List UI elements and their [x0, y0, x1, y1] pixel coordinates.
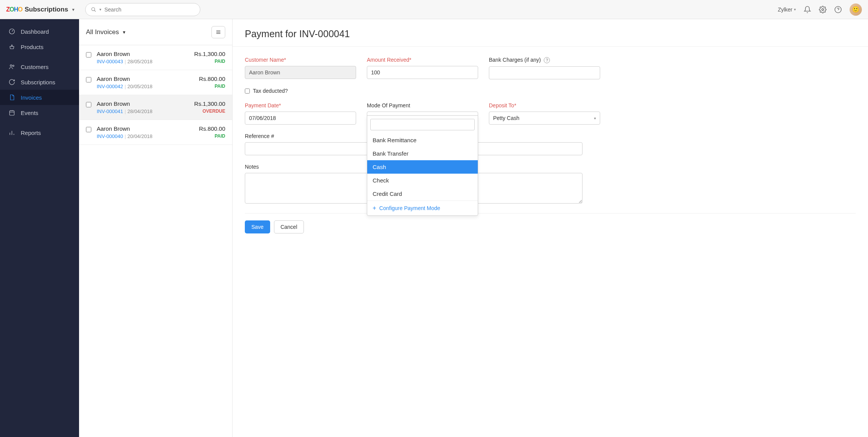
- calendar-icon: [8, 109, 15, 116]
- invoice-row[interactable]: Aaron Brown INV-000040|20/04/2018 Rs.800…: [79, 120, 232, 145]
- invoice-row-checkbox[interactable]: [86, 102, 91, 107]
- dashboard-icon: [8, 28, 15, 35]
- sidebar-item-label: Products: [21, 44, 43, 50]
- invoice-date: 28/04/2018: [127, 108, 152, 114]
- chevron-down-icon: ▾: [794, 7, 796, 12]
- sidebar-item-label: Subscriptions: [21, 79, 55, 85]
- invoice-status-badge: OVERDUE: [194, 108, 225, 114]
- users-icon: [8, 63, 15, 70]
- caret-down-icon: ▼: [122, 30, 126, 34]
- sidebar-item-reports[interactable]: Reports: [0, 125, 79, 140]
- gear-icon[interactable]: [819, 6, 827, 13]
- product-name: Subscriptions: [25, 6, 68, 13]
- invoice-amount: Rs.1,300.00: [194, 51, 225, 57]
- invoice-row-checkbox[interactable]: [86, 52, 91, 58]
- invoice-customer-name: Aaron Brown: [97, 51, 189, 57]
- invoice-date: 28/05/2018: [127, 59, 152, 64]
- svg-rect-8: [10, 111, 14, 115]
- label-notes: Notes: [245, 164, 856, 170]
- list-title: All Invoices: [86, 28, 119, 36]
- invoice-row[interactable]: Aaron Brown INV-000041|28/04/2018 Rs.1,3…: [79, 95, 232, 120]
- page-title: Payment for INV-000041: [245, 28, 856, 39]
- amount-received-input[interactable]: [367, 66, 478, 79]
- invoice-status-badge: PAID: [199, 84, 225, 89]
- sidebar-item-customers[interactable]: Customers: [0, 59, 79, 74]
- svg-point-2: [822, 8, 824, 10]
- customer-name-input: [245, 66, 356, 79]
- invoice-amount: Rs.1,300.00: [194, 100, 225, 107]
- sidebar-item-label: Dashboard: [21, 28, 49, 35]
- payment-mode-option[interactable]: Check: [367, 174, 478, 187]
- payment-mode-option[interactable]: Credit Card: [367, 187, 478, 200]
- avatar[interactable]: 🙂: [850, 3, 862, 16]
- sidebar: Dashboard Products Customers Subscriptio…: [0, 19, 79, 437]
- topbar: ZOHO Subscriptions ▾ ▾ Zylker ▾ 🙂: [0, 0, 868, 19]
- invoice-number-link[interactable]: INV-000043: [97, 59, 123, 64]
- org-name: Zylker: [778, 7, 792, 13]
- menu-icon: [215, 30, 221, 35]
- invoice-icon: [8, 94, 15, 101]
- label-customer-name: Customer Name*: [245, 57, 356, 63]
- cancel-button[interactable]: Cancel: [274, 220, 304, 233]
- invoice-row[interactable]: Aaron Brown INV-000043|28/05/2018 Rs.1,3…: [79, 45, 232, 70]
- sidebar-item-events[interactable]: Events: [0, 105, 79, 120]
- label-amount-received: Amount Received*: [367, 57, 478, 63]
- invoice-amount: Rs.800.00: [199, 125, 225, 132]
- invoice-date: 20/04/2018: [127, 133, 152, 139]
- logo-area[interactable]: ZOHO Subscriptions ▾: [6, 6, 79, 13]
- tax-deducted-checkbox[interactable]: [245, 89, 250, 94]
- svg-point-0: [92, 7, 95, 10]
- org-switcher[interactable]: Zylker ▾: [778, 7, 796, 13]
- sidebar-item-subscriptions[interactable]: Subscriptions: [0, 74, 79, 90]
- save-button[interactable]: Save: [245, 220, 270, 233]
- deposit-to-select[interactable]: Petty Cash ▾: [489, 112, 600, 125]
- zoho-logo: ZOHO: [6, 6, 22, 13]
- payment-mode-option[interactable]: Bank Remittance: [367, 133, 478, 147]
- search-box[interactable]: ▾: [85, 3, 200, 16]
- payment-date-input[interactable]: [245, 112, 356, 125]
- deposit-to-value: Petty Cash: [493, 115, 519, 121]
- invoice-date: 20/05/2018: [127, 84, 152, 89]
- dropdown-search-input[interactable]: [370, 119, 475, 130]
- chevron-down-icon: ▾: [72, 7, 74, 12]
- sidebar-item-dashboard[interactable]: Dashboard: [0, 24, 79, 39]
- tax-deducted-checkbox-row[interactable]: Tax deducted?: [245, 88, 356, 94]
- invoice-row-checkbox[interactable]: [86, 77, 91, 82]
- invoice-number-link[interactable]: INV-000041: [97, 108, 123, 114]
- refresh-icon: [8, 79, 15, 85]
- basket-icon: [8, 43, 15, 50]
- payment-mode-option[interactable]: Bank Transfer: [367, 147, 478, 160]
- invoice-row[interactable]: Aaron Brown INV-000042|20/05/2018 Rs.800…: [79, 70, 232, 95]
- svg-line-1: [94, 10, 96, 12]
- sidebar-item-label: Reports: [21, 130, 41, 136]
- bell-icon[interactable]: [804, 6, 811, 13]
- help-tooltip-icon[interactable]: ?: [544, 57, 550, 63]
- search-input[interactable]: [104, 7, 195, 13]
- bar-chart-icon: [8, 129, 15, 136]
- sidebar-item-label: Events: [21, 110, 38, 116]
- invoice-customer-name: Aaron Brown: [97, 125, 194, 132]
- sidebar-item-invoices[interactable]: Invoices: [0, 90, 79, 105]
- invoice-number-link[interactable]: INV-000042: [97, 84, 123, 89]
- invoice-row-checkbox[interactable]: [86, 127, 91, 132]
- bank-charges-input[interactable]: [489, 66, 600, 79]
- invoice-amount: Rs.800.00: [199, 76, 225, 82]
- configure-payment-mode-link[interactable]: + Configure Payment Mode: [367, 200, 478, 215]
- invoice-number-link[interactable]: INV-000040: [97, 133, 123, 139]
- invoice-customer-name: Aaron Brown: [97, 100, 189, 107]
- caret-down-icon: ▾: [594, 116, 596, 120]
- sidebar-item-products[interactable]: Products: [0, 39, 79, 54]
- label-deposit-to: Deposit To*: [489, 102, 600, 108]
- label-tax-deducted: Tax deducted?: [253, 88, 288, 94]
- chevron-down-icon: ▾: [99, 7, 101, 12]
- list-filter-dropdown[interactable]: All Invoices ▼: [86, 28, 126, 36]
- label-mode-of-payment: Mode Of Payment: [367, 102, 478, 108]
- invoice-customer-name: Aaron Brown: [97, 76, 194, 82]
- search-icon: [91, 7, 96, 12]
- svg-point-6: [10, 65, 12, 67]
- svg-point-3: [835, 6, 842, 13]
- payment-mode-option[interactable]: Cash: [367, 160, 478, 174]
- list-menu-button[interactable]: [211, 26, 225, 38]
- label-bank-charges: Bank Charges (if any) ?: [489, 57, 600, 63]
- help-icon[interactable]: [834, 6, 842, 13]
